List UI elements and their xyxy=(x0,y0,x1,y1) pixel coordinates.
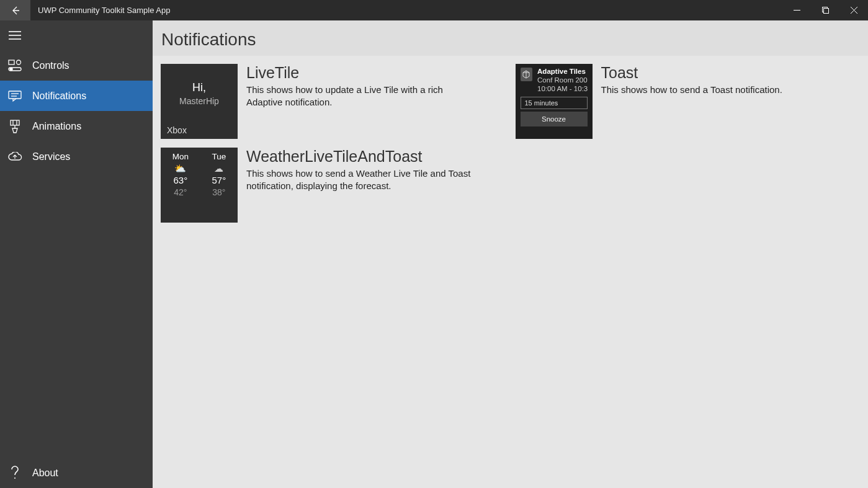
minimize-icon xyxy=(794,7,800,14)
content-header: Notifications xyxy=(153,20,868,56)
toast-line1: Adaptive Tiles M xyxy=(537,68,587,76)
weather-hi: 63° xyxy=(172,174,189,187)
sample-title: LiveTile xyxy=(246,64,476,82)
back-arrow-icon xyxy=(11,6,20,16)
svg-rect-2 xyxy=(823,9,828,14)
sidebar-item-controls[interactable]: Controls xyxy=(0,50,153,81)
sidebar-item-notifications[interactable]: Notifications xyxy=(0,81,153,111)
back-button[interactable] xyxy=(0,0,30,20)
sidebar-item-label: Controls xyxy=(32,60,69,71)
toast-app-icon xyxy=(521,68,533,81)
weather-icon: ☁ xyxy=(212,162,226,175)
weather-lo: 42° xyxy=(172,187,189,198)
notifications-icon xyxy=(7,90,22,102)
svg-point-19 xyxy=(14,477,16,479)
close-button[interactable] xyxy=(839,0,868,20)
controls-icon xyxy=(7,60,22,72)
sidebar-item-about[interactable]: About xyxy=(0,458,153,488)
hamburger-button[interactable] xyxy=(0,20,153,50)
svg-rect-13 xyxy=(9,91,21,99)
sidebar-item-animations[interactable]: Animations xyxy=(0,111,153,141)
svg-point-10 xyxy=(17,60,21,64)
weather-day: Tue xyxy=(212,151,226,162)
sidebar-item-label: Notifications xyxy=(32,91,86,102)
sample-description: This shows how to send a Weather Live Ti… xyxy=(246,167,476,193)
maximize-icon xyxy=(822,7,829,14)
sample-livetile[interactable]: Hi, MasterHip Xbox LiveTile This shows h… xyxy=(161,64,506,139)
services-icon xyxy=(7,152,22,162)
animations-icon xyxy=(7,120,22,133)
toast-snooze: Snooze xyxy=(521,112,588,126)
minimize-button[interactable] xyxy=(782,0,811,20)
livetile-username: MasterHip xyxy=(161,96,238,106)
toast-line2: Conf Room 2001 xyxy=(537,76,587,85)
livetile-thumb: Hi, MasterHip Xbox xyxy=(161,64,238,139)
sidebar: Controls Notifications A xyxy=(0,20,153,488)
sample-toast[interactable]: Adaptive Tiles M Conf Room 2001 10:00 AM… xyxy=(516,64,861,139)
window-title: UWP Community Toolkit Sample App xyxy=(30,0,782,20)
hamburger-icon xyxy=(9,31,21,40)
svg-rect-16 xyxy=(11,120,19,125)
weather-lo: 38° xyxy=(212,187,226,198)
weather-thumb: Mon ⛅ 63° 42° Tue ☁ 57° 38° xyxy=(161,148,238,223)
titlebar: UWP Community Toolkit Sample App xyxy=(0,0,868,20)
sidebar-item-label: Animations xyxy=(32,121,81,132)
close-icon xyxy=(851,7,857,14)
weather-day: Mon xyxy=(172,151,189,162)
content-area: Notifications Hi, MasterHip Xbox LiveTil… xyxy=(153,20,868,488)
weather-hi: 57° xyxy=(212,174,226,187)
sample-title: Toast xyxy=(601,64,782,82)
about-icon xyxy=(7,466,22,481)
svg-rect-9 xyxy=(9,60,14,64)
toast-thumb: Adaptive Tiles M Conf Room 2001 10:00 AM… xyxy=(516,64,593,139)
weather-icon: ⛅ xyxy=(172,162,189,175)
sample-description: This shows how to update a Live Tile wit… xyxy=(246,84,476,109)
maximize-button[interactable] xyxy=(811,0,839,20)
livetile-greeting: Hi, xyxy=(161,81,238,94)
sidebar-item-label: About xyxy=(32,468,58,479)
svg-point-12 xyxy=(10,68,12,70)
sidebar-item-services[interactable]: Services xyxy=(0,141,153,172)
toast-line3: 10:00 AM - 10:30 xyxy=(537,85,587,94)
sample-description: This shows how to send a Toast notificat… xyxy=(601,84,782,96)
livetile-appname: Xbox xyxy=(167,125,187,135)
sidebar-item-label: Services xyxy=(32,151,70,162)
sample-weather[interactable]: Mon ⛅ 63° 42° Tue ☁ 57° 38° xyxy=(161,148,506,223)
sample-title: WeatherLiveTileAndToast xyxy=(246,148,476,166)
page-title: Notifications xyxy=(161,30,256,50)
toast-dropdown: 15 minutes xyxy=(521,97,588,109)
